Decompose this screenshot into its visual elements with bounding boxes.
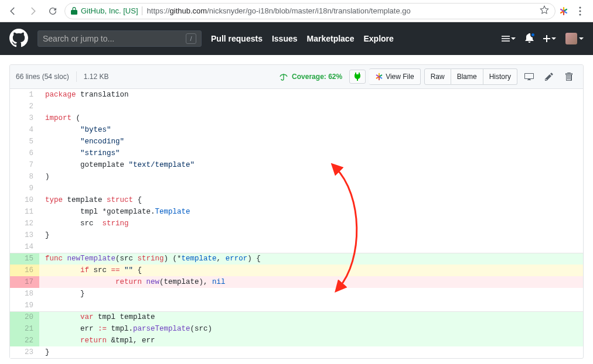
line-number[interactable]: 9 xyxy=(10,183,39,194)
line-content[interactable]: var tmpl template xyxy=(39,311,583,323)
code-line: 8) xyxy=(10,171,583,183)
line-number[interactable]: 20 xyxy=(10,311,39,323)
line-content[interactable]: gotemplate "text/template" xyxy=(39,159,583,171)
line-number[interactable]: 12 xyxy=(10,218,39,229)
user-menu[interactable] xyxy=(565,33,584,44)
line-number[interactable]: 2 xyxy=(10,101,39,112)
create-new-dropdown[interactable] xyxy=(543,35,556,42)
primary-nav: Pull requests Issues Marketplace Explore xyxy=(211,34,394,43)
line-content[interactable] xyxy=(39,300,583,311)
line-content[interactable]: return new(template), nil xyxy=(39,276,583,288)
line-number[interactable]: 7 xyxy=(10,159,39,171)
line-number[interactable]: 21 xyxy=(10,323,39,335)
file-view-group: Raw Blame History xyxy=(424,68,517,85)
line-content[interactable]: import ( xyxy=(39,112,583,124)
line-content[interactable]: } xyxy=(39,288,583,300)
line-content[interactable]: "encoding" xyxy=(39,136,583,147)
line-number[interactable]: 4 xyxy=(10,124,39,136)
line-content[interactable]: err := tmpl.parseTemplate(src) xyxy=(39,323,583,335)
address-bar[interactable]: GitHub, Inc. [US] https://github.com/nic… xyxy=(64,3,555,19)
line-content[interactable]: type template struct { xyxy=(39,194,583,206)
coverage-badge[interactable]: Coverage: 62% xyxy=(279,72,346,81)
line-content[interactable]: return &tmpl, err xyxy=(39,335,583,346)
line-number[interactable]: 8 xyxy=(10,171,39,183)
line-number[interactable]: 3 xyxy=(10,112,39,124)
line-number[interactable]: 19 xyxy=(10,300,39,311)
code-line: 2 xyxy=(10,101,583,112)
code-line: 23} xyxy=(10,346,583,358)
lock-icon xyxy=(71,7,77,15)
svg-point-8 xyxy=(579,13,581,15)
nav-explore[interactable]: Explore xyxy=(363,34,393,43)
raw-button[interactable]: Raw xyxy=(424,68,451,85)
forward-button xyxy=(25,3,41,19)
line-number[interactable]: 15 xyxy=(10,253,39,265)
search-input[interactable]: Search or jump to... / xyxy=(38,30,202,47)
code-line: 17 return new(template), nil xyxy=(10,276,583,288)
code-line: 13} xyxy=(10,229,583,241)
line-content[interactable]: } xyxy=(39,346,583,358)
umbrella-icon xyxy=(279,72,288,81)
notification-badge xyxy=(530,32,536,37)
code-line: 18 } xyxy=(10,288,583,300)
svg-point-6 xyxy=(579,6,581,8)
line-number[interactable]: 10 xyxy=(10,194,39,206)
extension-icon[interactable] xyxy=(559,6,568,16)
code-line: 1package translation xyxy=(10,89,583,101)
line-number[interactable]: 6 xyxy=(10,147,39,159)
blame-button[interactable]: Blame xyxy=(451,68,483,85)
code-line: 9 xyxy=(10,183,583,194)
bookmark-star-icon[interactable] xyxy=(540,5,549,16)
edit-icon[interactable] xyxy=(541,68,557,85)
line-content[interactable] xyxy=(39,183,583,194)
line-content[interactable]: func newTemplate(src string) (*template,… xyxy=(39,253,583,265)
file-size: 1.12 KB xyxy=(84,73,109,81)
code-line: 11 tmpl *gotemplate.Template xyxy=(10,206,583,218)
nav-marketplace[interactable]: Marketplace xyxy=(307,34,355,43)
line-number[interactable]: 17 xyxy=(10,276,39,288)
nav-pull-requests[interactable]: Pull requests xyxy=(211,34,263,43)
code-line: 10type template struct { xyxy=(10,194,583,206)
asterisk-icon xyxy=(375,73,383,81)
line-number[interactable]: 1 xyxy=(10,89,39,101)
line-content[interactable] xyxy=(39,101,583,112)
github-logo-icon[interactable] xyxy=(9,29,28,49)
line-number[interactable]: 22 xyxy=(10,335,39,346)
line-content[interactable]: "strings" xyxy=(39,147,583,159)
line-content[interactable]: "bytes" xyxy=(39,124,583,136)
history-button[interactable]: History xyxy=(483,68,517,85)
code-line: 15func newTemplate(src string) (*templat… xyxy=(10,253,583,265)
notifications-icon[interactable] xyxy=(525,33,534,44)
line-content[interactable]: src string xyxy=(39,218,583,229)
line-content[interactable]: } xyxy=(39,229,583,241)
desktop-icon[interactable] xyxy=(521,68,537,85)
file-box: 66 lines (54 sloc) 1.12 KB Coverage: 62% xyxy=(9,64,584,359)
line-number[interactable]: 11 xyxy=(10,206,39,218)
code-line: 14 xyxy=(10,241,583,253)
line-number[interactable]: 5 xyxy=(10,136,39,147)
back-button[interactable] xyxy=(5,3,21,19)
line-content[interactable]: tmpl *gotemplate.Template xyxy=(39,206,583,218)
file-info: 66 lines (54 sloc) 1.12 KB xyxy=(16,71,108,82)
menu-dropdown[interactable] xyxy=(502,36,516,42)
view-file-button[interactable]: View File xyxy=(369,68,420,85)
content-area: 66 lines (54 sloc) 1.12 KB Coverage: 62% xyxy=(0,55,593,364)
browser-toolbar: GitHub, Inc. [US] https://github.com/nic… xyxy=(0,0,593,22)
chrome-menu-icon[interactable] xyxy=(572,3,588,19)
reload-button[interactable] xyxy=(45,3,61,19)
line-number[interactable]: 23 xyxy=(10,346,39,358)
code-line: 12 src string xyxy=(10,218,583,229)
line-content[interactable] xyxy=(39,241,583,253)
avatar xyxy=(565,33,577,44)
delete-icon[interactable] xyxy=(561,68,577,85)
line-content[interactable]: ) xyxy=(39,171,583,183)
line-content[interactable]: package translation xyxy=(39,89,583,101)
line-number[interactable]: 14 xyxy=(10,241,39,253)
code-line: 19 xyxy=(10,300,583,311)
octotree-button[interactable] xyxy=(349,70,366,84)
line-number[interactable]: 18 xyxy=(10,288,39,300)
line-content[interactable]: if src == "" { xyxy=(39,265,583,276)
nav-issues[interactable]: Issues xyxy=(272,34,298,43)
line-number[interactable]: 16 xyxy=(10,265,39,276)
line-number[interactable]: 13 xyxy=(10,229,39,241)
